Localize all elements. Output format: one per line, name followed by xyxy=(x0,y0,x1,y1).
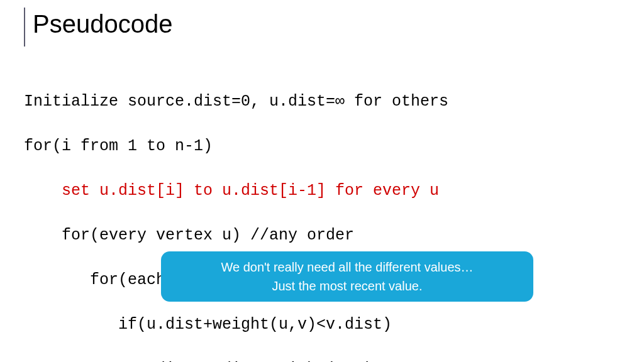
code-line-1: Initialize source.dist=0, u.dist=∞ for o… xyxy=(24,90,448,113)
code-line-3: set u.dist[i] to u.dist[i-1] for every u xyxy=(24,180,448,202)
title-accent-bar xyxy=(24,8,25,47)
pseudocode-block: Initialize source.dist=0, u.dist=∞ for o… xyxy=(24,68,448,362)
callout-line-2: Just the most recent value. xyxy=(272,277,422,295)
callout-line-1: We don't really need all the different v… xyxy=(221,258,473,277)
slide-title: Pseudocode xyxy=(33,10,172,38)
code-line-4: for(every vertex u) //any order xyxy=(24,224,448,247)
code-line-6: if(u.dist+weight(u,v)<v.dist) xyxy=(24,314,448,336)
code-line-2: for(i from 1 to n-1) xyxy=(24,135,448,158)
code-line-7: v.dist=u.dist+weight(u,v) xyxy=(24,358,448,363)
callout-box: We don't really need all the different v… xyxy=(161,251,533,302)
